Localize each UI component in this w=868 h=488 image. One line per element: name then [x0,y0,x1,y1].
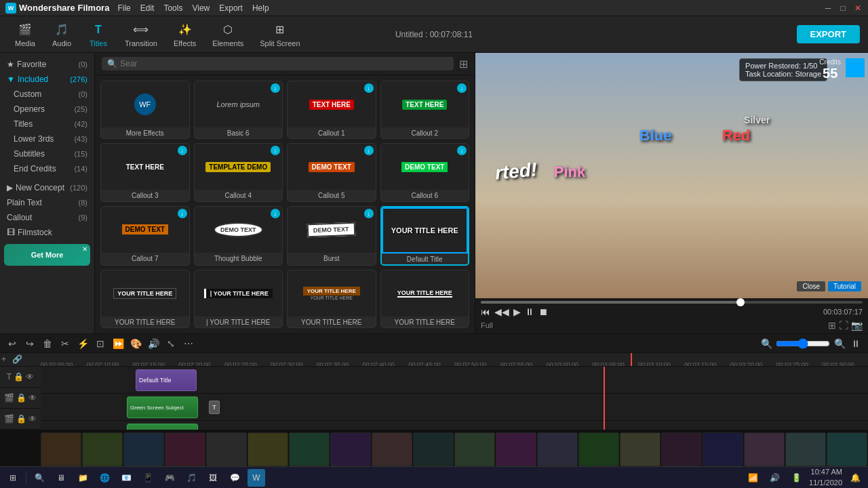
network-icon[interactable]: 📶 [744,469,762,487]
toolbar-media[interactable]: 🎬 Media [8,19,42,50]
ruler-link-button[interactable]: 🔗 [12,354,22,364]
more-button[interactable]: ⋯ [182,337,195,350]
title-card-callout3[interactable]: TEXT HERE ↓ Callout 3 [100,143,190,201]
scene-close-button[interactable]: Close [797,281,825,291]
menu-export[interactable]: Export [219,3,243,13]
zoom-slider[interactable] [776,338,830,349]
color-button[interactable]: 🎨 [129,337,142,350]
play-button[interactable]: ▶ [513,306,521,317]
search-input[interactable] [120,59,448,68]
minimize-button[interactable]: ─ [823,3,833,13]
seek-thumb[interactable] [736,298,745,306]
menu-help[interactable]: Help [252,3,269,13]
redo-button[interactable]: ↪ [23,337,37,350]
snapshot-button[interactable]: 📷 [851,320,863,331]
title-card-callout6[interactable]: DEMO TEXT ↓ Callout 6 [380,143,470,201]
sidebar-item-openers[interactable]: Openers (25) [0,102,94,117]
sidebar-item-included[interactable]: ▼ Included (276) [0,72,94,87]
title-card-callout7[interactable]: DEMO TEXT ↓ Callout 7 [100,206,190,266]
taskbar-file-explorer[interactable]: 📁 [74,469,92,487]
track-v2-icon[interactable]: 🎬 [4,414,14,424]
text-clip-1[interactable]: T [209,401,220,414]
sidebar-item-favorite[interactable]: ★ Favorite (0) [0,57,94,72]
grid-toggle-button[interactable]: ⊞ [459,58,468,70]
track-lock-icon[interactable]: 🔒 [14,372,24,382]
split-button[interactable]: ⚡ [76,337,90,350]
taskbar-steam[interactable]: 🎮 [161,469,178,487]
sidebar-item-custom[interactable]: Custom (0) [0,87,94,102]
export-button[interactable]: EXPORT [797,25,860,43]
taskbar-edge[interactable]: 🌐 [96,469,113,487]
speed-button[interactable]: ⏩ [111,337,125,350]
maximize-button[interactable]: □ [838,3,848,13]
title-clip[interactable]: Default Title [136,369,197,391]
menu-file[interactable]: File [117,3,130,13]
taskbar-taskview[interactable]: 🖥 [52,469,70,487]
taskbar-spotify[interactable]: 🎵 [182,469,200,487]
rewind-button[interactable]: ⏮ [481,306,490,317]
sidebar-item-plaintext[interactable]: Plain Text (8) [0,195,94,210]
menu-tools[interactable]: Tools [163,3,182,13]
toolbar-transition[interactable]: ⟺ Transition [118,19,164,50]
menu-edit[interactable]: Edit [140,3,155,13]
toolbar-audio[interactable]: 🎵 Audio [45,19,79,50]
title-card-lower1[interactable]: YOUR TITLE HERE YOUR TITLE HERE [100,270,190,328]
transform-button[interactable]: ⤡ [164,337,178,350]
zoom-in-button[interactable]: 🔍 [833,337,846,350]
taskbar-photos[interactable]: 🖼 [204,469,222,487]
sidebar-item-newconcept[interactable]: ▶ New Concept (120) [0,180,94,195]
title-card-callout1[interactable]: TEXT HERE ↓ Callout 1 [287,81,376,139]
title-card-burst[interactable]: DEMO TEXT ↓ Burst [287,206,376,266]
toolbar-effects[interactable]: ✨ Effects [167,19,203,50]
taskbar-mail[interactable]: 📧 [117,469,135,487]
title-card-callout5[interactable]: DEMO TEXT ↓ Callout 5 [287,143,376,201]
title-card-callout2[interactable]: TEXT HERE ↓ Callout 2 [380,81,470,139]
title-card-lower4[interactable]: YOUR TITLE HERE YOUR TITLE HERE [380,270,470,328]
scene-tutorial-button[interactable]: Tutorial [828,281,861,291]
toolbar-splitscreen[interactable]: ⊞ Split Screen [253,19,307,50]
notifications-icon[interactable]: 🔔 [846,469,864,487]
title-card-thoughtbubble[interactable]: DEMO TEXT ↓ Thought Bubble [194,206,283,266]
ruler-add-button[interactable]: + [1,354,6,364]
title-card-callout4[interactable]: TEMPLATE DEMO ↓ Callout 4 [194,143,283,201]
track-v2-eye[interactable]: 👁 [28,414,37,424]
filmstock-close-button[interactable]: ✕ [82,245,87,253]
taskbar-filmora[interactable]: W [248,469,265,487]
taskbar-discord[interactable]: 💬 [226,469,243,487]
start-button[interactable]: ⊞ [4,469,22,487]
track-v2-lock[interactable]: 🔒 [16,414,26,424]
taskbar-phone[interactable]: 📱 [139,469,157,487]
pause-timeline-button[interactable]: ⏸ [849,337,863,350]
title-card-basic6[interactable]: Lorem ipsum ↓ Basic 6 [194,81,283,139]
toolbar-elements[interactable]: ⬡ Elements [205,19,250,50]
track-title-icon[interactable]: T [7,372,12,382]
cut-button[interactable]: ✂ [58,337,72,350]
title-card-lower3[interactable]: YOUR TITLE HERE YOUR TITLE HERE YOUR TIT… [287,270,376,328]
title-card-lower2[interactable]: | YOUR TITLE HERE | YOUR TITLE HERE [194,270,283,328]
stop-button[interactable]: ⏹ [538,306,548,317]
title-card-filmstock[interactable]: WF More Effects [100,81,190,139]
close-button[interactable]: ✕ [853,3,863,13]
preview-seekbar[interactable] [481,301,863,304]
zoom-out-button[interactable]: 🔍 [760,337,773,350]
delete-button[interactable]: 🗑 [41,337,54,350]
fullscreen-button[interactable]: ⛶ [839,320,848,331]
toolbar-titles[interactable]: T Titles [81,19,115,50]
taskbar-search[interactable]: 🔍 [31,469,48,487]
fit-button[interactable]: ⊞ [828,320,836,331]
undo-button[interactable]: ↩ [5,337,19,350]
sidebar-item-endcredits[interactable]: End Credits (14) [0,161,94,176]
track-v1-eye[interactable]: 👁 [28,393,37,403]
sidebar-item-filmstock[interactable]: 🎞 Filmstock [0,225,94,240]
sidebar-item-lower3rds[interactable]: Lower 3rds (43) [0,131,94,146]
menu-view[interactable]: View [192,3,210,13]
audio-button[interactable]: 🔊 [146,337,160,350]
title-card-default[interactable]: YOUR TITLE HERE Default Title [380,206,470,266]
track-v1-icon[interactable]: 🎬 [4,393,14,403]
video-clip-2[interactable]: Green Screen - Subscribe Button [127,424,198,430]
get-more-button[interactable]: Get More [8,248,86,262]
sidebar-item-titles[interactable]: Titles (42) [0,117,94,131]
stepback-button[interactable]: ◀◀ [494,306,509,317]
pause-button[interactable]: ⏸ [525,306,534,317]
track-v1-lock[interactable]: 🔒 [16,393,26,403]
